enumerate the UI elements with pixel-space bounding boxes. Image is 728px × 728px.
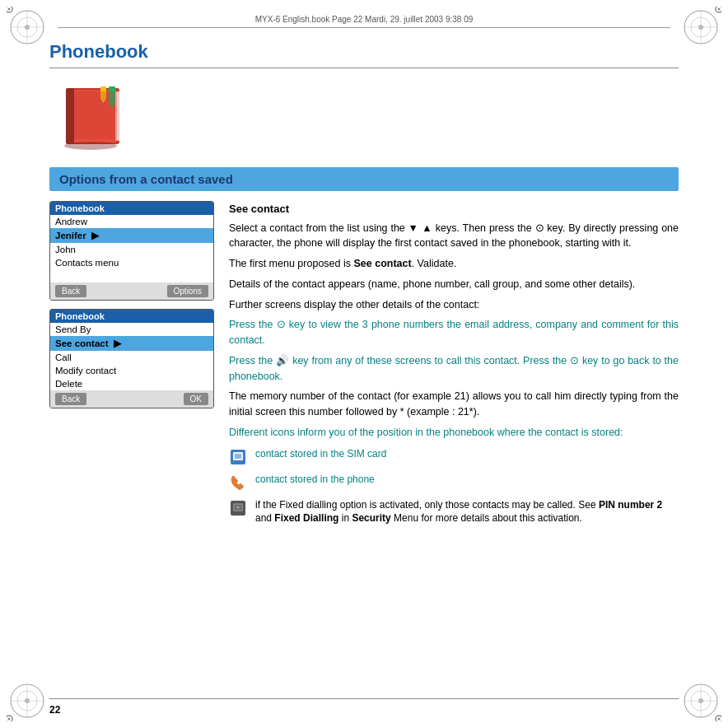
svg-point-20 <box>8 718 11 721</box>
para7: The memory number of the contact (for ex… <box>229 389 679 420</box>
para5: Press the ⊙ key to view the 3 phone numb… <box>229 317 679 348</box>
left-column: Phonebook Andrew Jenifer ▶ John Contacts… <box>49 201 214 417</box>
icon-list: contact stored in the SIM card contact s… <box>229 447 679 526</box>
right-column: See contact Select a contact from the li… <box>229 201 679 532</box>
icon-list-item-fixed: if the Fixed dialling option is activate… <box>229 498 679 526</box>
screen2-row-seecontact: See contact ▶ <box>50 336 213 351</box>
corner-decoration-br <box>680 680 721 721</box>
screen2-row-call: Call <box>50 351 213 364</box>
corner-decoration-bl <box>7 680 48 721</box>
main-content: Phonebook Options from a contact saved <box>49 41 679 687</box>
svg-rect-47 <box>233 512 236 515</box>
svg-rect-37 <box>115 91 117 141</box>
sim-card-icon <box>229 448 247 466</box>
phone-contact-desc: contact stored in the phone <box>255 473 375 487</box>
fixed-dial-icon <box>229 499 247 517</box>
screen2-row-sendby: Send By <box>50 323 213 336</box>
page-title: Phonebook <box>49 41 679 63</box>
screen1-options-btn[interactable]: Options <box>167 285 208 297</box>
screen1-buttons: Back Options <box>50 282 213 300</box>
screen1-header: Phonebook <box>50 202 213 215</box>
screen1-row-contacts: Contacts menu <box>50 256 213 269</box>
screen2-row-delete: Delete <box>50 377 213 390</box>
para4: Further screens display the other detail… <box>229 297 679 313</box>
phone-contact-icon <box>229 474 247 492</box>
phone-screen-1: Phonebook Andrew Jenifer ▶ John Contacts… <box>49 201 214 301</box>
screen2-back-btn[interactable]: Back <box>55 393 86 405</box>
icon-list-item-phone: contact stored in the phone <box>229 473 679 492</box>
svg-point-27 <box>718 718 721 721</box>
para8: Different icons inform you of the positi… <box>229 425 679 441</box>
svg-point-25 <box>698 698 703 703</box>
para6: Press the 🔊 key from any of these screen… <box>229 353 679 385</box>
title-divider <box>49 68 679 68</box>
screen2-row-modify: Modify contact <box>50 364 213 377</box>
screen2-header: Phonebook <box>50 310 213 323</box>
corner-decoration-tl <box>7 7 48 48</box>
svg-rect-43 <box>236 461 239 464</box>
svg-rect-35 <box>66 88 74 144</box>
para2: The first menu proposed is See contact. … <box>229 256 679 272</box>
meta-text: MYX-6 English.book Page 22 Mardi, 29. ju… <box>255 15 474 24</box>
screen1-spacer <box>50 269 213 282</box>
svg-rect-48 <box>236 512 239 515</box>
section-header: Options from a contact saved <box>49 167 679 191</box>
svg-rect-34 <box>69 91 115 139</box>
svg-point-38 <box>64 142 117 150</box>
two-col-layout: Phonebook Andrew Jenifer ▶ John Contacts… <box>49 201 679 532</box>
icon-list-item-sim: contact stored in the SIM card <box>229 447 679 466</box>
phone-screen-2: Phonebook Send By See contact ▶ Call Mod… <box>49 309 214 408</box>
screen1-back-btn[interactable]: Back <box>55 285 86 297</box>
svg-rect-44 <box>240 461 242 464</box>
svg-point-13 <box>718 8 721 11</box>
svg-rect-41 <box>235 454 241 459</box>
meta-bar: MYX-6 English.book Page 22 Mardi, 29. ju… <box>58 15 670 28</box>
screen1-row-jenifer: Jenifer ▶ <box>50 228 213 243</box>
screen2-buttons: Back OK <box>50 390 213 408</box>
svg-point-4 <box>25 25 30 30</box>
screen2-ok-btn[interactable]: OK <box>184 393 208 405</box>
sim-card-desc: contact stored in the SIM card <box>255 447 386 461</box>
svg-rect-49 <box>240 512 242 515</box>
corner-decoration-tr <box>680 7 721 48</box>
content-section-title: See contact <box>229 201 679 217</box>
svg-rect-42 <box>233 461 236 464</box>
svg-point-18 <box>25 698 30 703</box>
screen1-row-andrew: Andrew <box>50 215 213 228</box>
bottom-line <box>49 698 679 699</box>
book-image-area <box>49 80 679 154</box>
page-number: 22 <box>49 704 60 716</box>
svg-point-6 <box>8 8 11 11</box>
svg-rect-36 <box>117 91 120 141</box>
phonebook-icon <box>49 80 132 154</box>
para3: Details of the contact appears (name, ph… <box>229 277 679 292</box>
svg-point-11 <box>698 25 703 30</box>
screen1-row-john: John <box>50 243 213 256</box>
para1: Select a contact from the list using the… <box>229 221 679 252</box>
fixed-dial-desc: if the Fixed dialling option is activate… <box>255 498 679 526</box>
